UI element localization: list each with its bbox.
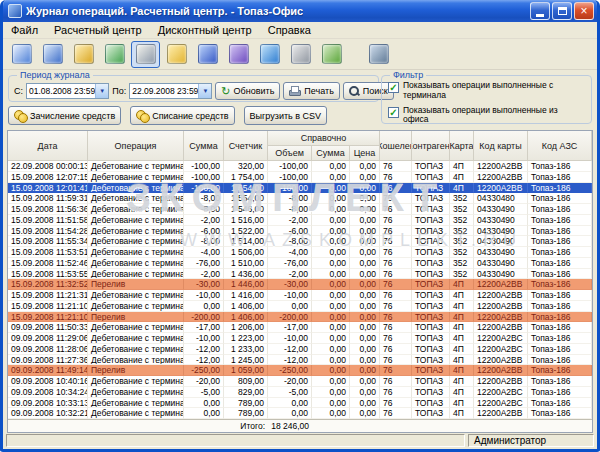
chevron-down-icon[interactable]: ▼ [95,84,108,98]
header-wallet[interactable]: Кошелек [380,131,412,161]
cell-counter: 789,00 [224,398,268,409]
header-counter[interactable]: Счетчик [224,131,268,161]
table-row[interactable]: 15.09.2008 12:07:15Дебетование с термина… [8,172,592,183]
header-date[interactable]: Дата [8,131,88,161]
table-row[interactable]: 15.09.2008 11:56:36Дебетование с термина… [8,204,592,215]
menu-item-settlement-center[interactable]: Расчетный центр [46,23,150,37]
maximize-button[interactable] [552,2,572,20]
cell-card_code: 12200А2ВВ [474,355,528,366]
cell-wallet: 76 [380,376,412,387]
table-row[interactable]: 15.09.2008 11:21:10Дебетование с термина… [8,301,592,312]
print-button[interactable]: Печать [283,82,339,100]
cell-sum: -4,00 [184,247,224,258]
cell-azs_code: Топаз-186 [528,161,592,172]
cell-contragent: ТОПАЗ [412,312,450,323]
table-row[interactable]: 15.09.2008 11:32:52Перелив-30,001 446,00… [8,279,592,290]
cell-sum: -30,00 [184,279,224,290]
table-row[interactable]: 09.09.2008 10:40:16Дебетование с термина… [8,376,592,387]
cell-azs_code: Топаз-186 [528,247,592,258]
credit-funds-icon-button[interactable] [162,41,191,68]
table-row[interactable]: 09.09.2008 11:29:06Дебетование с термина… [8,333,592,344]
menu-item-help[interactable]: Справка [260,23,319,37]
period-to-combo[interactable]: 22.09.2008 23:59 ▼ [129,83,212,99]
close-button[interactable]: × [574,2,594,20]
cell-volume: -250,00 [268,365,312,376]
debit-funds-icon-button[interactable] [193,41,222,68]
help-icon-button[interactable] [364,41,393,68]
cell-card_code: 12200А2ВВ [474,301,528,312]
header-operation[interactable]: Операция [88,131,184,161]
table-row[interactable]: 09.09.2008 10:33:13Дебетование с термина… [8,398,592,409]
debit-funds-button[interactable]: Списание средств [130,106,234,125]
journal-terminal-icon-button[interactable] [38,41,67,68]
wallets-icon-button[interactable] [100,41,129,68]
export-csv-button[interactable]: Выгрузить в CSV [244,106,327,125]
cell-date: 15.09.2008 11:21:10 [8,312,88,323]
cell-sum: 0,00 [184,398,224,409]
header-sum[interactable]: Сумма [184,131,224,161]
menu-item-discount-center[interactable]: Дисконтный центр [150,23,260,37]
cell-counter: 809,00 [224,376,268,387]
table-row[interactable]: 15.09.2008 11:21:31Дебетование с термина… [8,290,592,301]
cell-card_code: 04330490 [474,204,528,215]
minimize-button[interactable] [530,2,550,20]
cards-icon-button[interactable] [69,41,98,68]
table-row[interactable]: 15.09.2008 11:21:10Перелив-200,001 406,0… [8,312,592,323]
table-row[interactable]: 09.09.2008 10:34:24Дебетование с термина… [8,387,592,398]
period-from-combo[interactable]: 01.08.2008 23:59 ▼ [26,83,109,99]
cell-operation: Дебетование с терминала [88,172,184,183]
header-azs-code[interactable]: Код АЗС [528,131,592,161]
maximize-icon [558,7,567,15]
table-row[interactable]: 15.09.2008 11:55:34Дебетование с термина… [8,236,592,247]
cell-date: 15.09.2008 11:21:31 [8,290,88,301]
cell-card_code: 04330490 [474,258,528,269]
cell-contragent: ТОПАЗ [412,236,450,247]
table-row[interactable]: 09.09.2008 11:50:33Дебетование с термина… [8,322,592,333]
status-user: Администратор [468,434,594,447]
cell-card: 4П [450,398,474,409]
reports-icon-button[interactable] [255,41,284,68]
cell-counter: 1 406,00 [224,312,268,323]
cell-wallet: 76 [380,344,412,355]
cell-price: 0,00 [350,301,380,312]
period-to-label: По: [112,86,126,96]
print-toolbar-icon-button[interactable] [286,41,315,68]
header-card-code[interactable]: Код карты [474,131,528,161]
journal-operations-icon-button[interactable] [7,41,36,68]
table-row[interactable]: 15.09.2008 11:54:28Дебетование с термина… [8,226,592,237]
table-row[interactable]: 15.09.2008 11:51:58Дебетование с термина… [8,215,592,226]
operations-journal-active-icon-button[interactable] [131,41,160,68]
cell-sum: -100,00 [184,172,224,183]
cell-price: 0,00 [350,376,380,387]
table-row[interactable]: 09.09.2008 11:27:36Дебетование с термина… [8,355,592,366]
header-contragent[interactable]: Контрагент [412,131,450,161]
table-row[interactable]: 15.09.2008 11:59:31Дебетование с термина… [8,193,592,204]
header-card[interactable]: Карта [450,131,474,161]
table-row[interactable]: 09.09.2008 11:28:06Дебетование с термина… [8,344,592,355]
cell-volume: -8,00 [268,236,312,247]
cell-ref_sum: 0,00 [312,376,350,387]
table-row[interactable]: 15.09.2008 11:53:55Дебетование с термина… [8,269,592,280]
cell-volume: -76,00 [268,258,312,269]
cell-ref_sum: 0,00 [312,161,350,172]
checkbox-checked-icon[interactable]: ✓ [388,107,399,118]
clients-icon-button[interactable] [224,41,253,68]
table-row[interactable]: 22.09.2008 00:00:13Дебетование с термина… [8,161,592,172]
filter-office-checkbox[interactable]: ✓ Показывать операции выполненные из офи… [382,101,591,126]
header-price[interactable]: Цена [350,146,380,161]
refresh-button[interactable]: ↻ Обновить [215,82,280,100]
table-row[interactable]: 15.09.2008 11:52:46Дебетование с термина… [8,258,592,269]
header-ref-sum[interactable]: Сумма [312,146,350,161]
cell-date: 09.09.2008 11:29:06 [8,333,88,344]
table-row[interactable]: 15.09.2008 12:01:41Дебетование с термина… [8,183,592,194]
export-toolbar-icon-button[interactable] [317,41,346,68]
header-volume[interactable]: Объем [268,146,312,161]
table-row[interactable]: 15.09.2008 11:53:51Дебетование с термина… [8,247,592,258]
credit-funds-button[interactable]: Зачисление средств [8,106,121,125]
table-row[interactable]: 09.09.2008 10:32:21Дебетование с термина… [8,408,592,419]
checkbox-checked-icon[interactable]: ✓ [388,82,399,93]
menu-item-file[interactable]: Файл [3,23,46,37]
table-row[interactable]: 09.09.2008 11:49:14Перелив-250,001 059,0… [8,365,592,376]
app-icon [8,4,22,18]
chevron-down-icon[interactable]: ▼ [198,84,211,98]
